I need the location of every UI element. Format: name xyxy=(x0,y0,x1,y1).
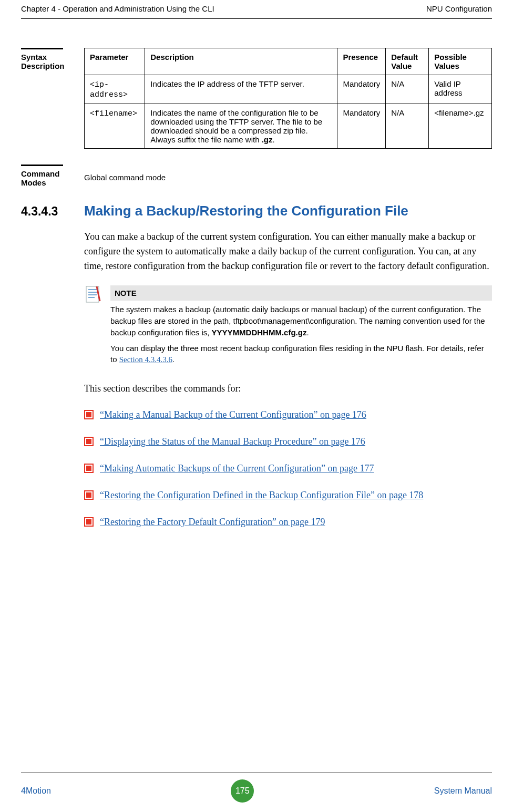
param-default: N/A xyxy=(386,75,429,104)
link-list: “Making a Manual Backup of the Current C… xyxy=(84,408,492,529)
list-item: “Restoring the Configuration Defined in … xyxy=(84,488,492,502)
param-name: <ip-address> xyxy=(90,80,128,99)
syntax-description-label: Syntax Description xyxy=(21,53,84,70)
footer-right: System Manual xyxy=(434,786,492,796)
list-item: “Displaying the Status of the Manual Bac… xyxy=(84,435,492,449)
page-number-badge: 175 xyxy=(231,779,254,803)
list-link[interactable]: “Restoring the Factory Default Configura… xyxy=(100,517,325,527)
note-link[interactable]: Section 4.3.4.3.6 xyxy=(119,355,172,364)
param-name: <filename> xyxy=(90,109,137,118)
footer-rule xyxy=(21,773,492,773)
body-paragraph: This section describes the commands for: xyxy=(84,382,492,396)
label-rule xyxy=(21,48,63,49)
param-presence: Mandatory xyxy=(337,75,386,104)
th-default: Default Value xyxy=(386,48,429,75)
th-description: Description xyxy=(145,48,337,75)
header-left: Chapter 4 - Operation and Administration… xyxy=(21,4,214,13)
param-default: N/A xyxy=(386,104,429,149)
header-right: NPU Configuration xyxy=(426,4,492,13)
table-header-row: Parameter Description Presence Default V… xyxy=(85,48,492,75)
desc-bold: .gz xyxy=(262,135,273,144)
note-text: You can display the three most recent ba… xyxy=(110,343,492,366)
note-icon xyxy=(84,285,102,306)
note-bold: YYYYMMDDHHMM.cfg.gz xyxy=(212,328,307,337)
header-rule xyxy=(21,18,492,19)
desc-text: Indicates the name of the configuration … xyxy=(150,108,322,144)
note-span: . xyxy=(172,355,175,364)
list-link[interactable]: “Restoring the Configuration Defined in … xyxy=(100,490,423,500)
list-link[interactable]: “Displaying the Status of the Manual Bac… xyxy=(100,436,365,447)
label-rule xyxy=(21,165,63,166)
command-modes-label: Command Modes xyxy=(21,169,84,187)
th-presence: Presence xyxy=(337,48,386,75)
th-parameter: Parameter xyxy=(85,48,145,75)
list-link[interactable]: “Making Automatic Backups of the Current… xyxy=(100,463,374,474)
note-label: NOTE xyxy=(110,285,492,301)
section-number: 4.3.4.3 xyxy=(21,204,84,219)
param-presence: Mandatory xyxy=(337,104,386,149)
param-desc: Indicates the name of the configuration … xyxy=(145,104,337,149)
param-possible: <filename>.gz xyxy=(429,104,492,149)
list-item: “Restoring the Factory Default Configura… xyxy=(84,515,492,529)
syntax-table: Parameter Description Presence Default V… xyxy=(84,48,492,149)
command-modes-value: Global command mode xyxy=(84,165,492,182)
th-possible: Possible Values xyxy=(429,48,492,75)
note-text: The system makes a backup (automatic dai… xyxy=(110,304,492,338)
footer-left: 4Motion xyxy=(21,786,51,796)
list-item: “Making a Manual Backup of the Current C… xyxy=(84,408,492,422)
body-paragraph: You can make a backup of the current sys… xyxy=(84,230,492,274)
note-span: . xyxy=(306,328,309,337)
list-link[interactable]: “Making a Manual Backup of the Current C… xyxy=(100,409,366,420)
section-title: Making a Backup/Restoring the Configurat… xyxy=(84,203,408,219)
list-item: “Making Automatic Backups of the Current… xyxy=(84,461,492,476)
table-row: <filename> Indicates the name of the con… xyxy=(85,104,492,149)
table-row: <ip-address> Indicates the IP address of… xyxy=(85,75,492,104)
desc-text: . xyxy=(273,135,275,144)
param-desc: Indicates the IP address of the TFTP ser… xyxy=(145,75,337,104)
param-possible: Valid IP address xyxy=(429,75,492,104)
